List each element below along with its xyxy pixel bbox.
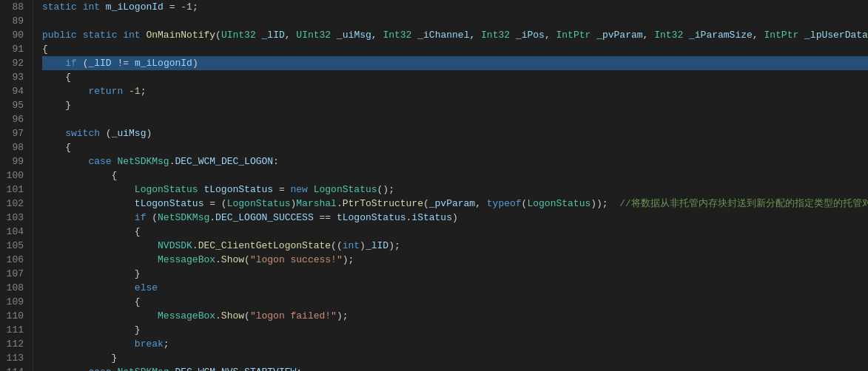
token-plain: } [42,100,71,111]
token-kw: case [88,367,111,371]
token-plain [42,156,88,167]
token-plain: , [371,30,383,41]
code-content: static int m_iLogonId = -1; public stati… [33,0,868,371]
token-type: LogonStatus [135,184,198,195]
token-var: _lpUserData [804,30,868,41]
token-ns: NetSDKMsg [117,156,169,167]
token-kw: int [123,30,140,41]
line-number: 103 [6,211,24,225]
code-line: NVDSDK.DEC_ClientGetLogonState((int)_lID… [42,239,868,253]
token-plain: ( [146,212,158,223]
line-number: 91 [6,42,24,56]
line-number: 109 [6,295,24,309]
token-plain: { [42,296,141,307]
code-line [42,112,868,126]
token-plain: ) [146,128,152,139]
token-plain: ( [77,58,89,69]
token-plain: . [192,240,198,251]
token-plain: , [475,198,487,209]
code-line: if (NetSDKMsg.DEC_LOGON_SUCCESS == tLogo… [42,211,868,225]
line-number: 107 [6,267,24,281]
token-var: tLogonStatus [203,184,273,195]
token-plain: : [296,367,302,371]
line-number: 95 [6,98,24,112]
token-plain [77,30,83,41]
token-plain: . [215,254,221,265]
token-plain: ; [141,86,147,97]
token-var: _lID [262,30,285,41]
token-plain: ; [164,338,169,350]
line-number: 93 [6,70,24,84]
token-var: _pvParam [429,198,475,209]
token-plain: ); [343,254,354,265]
token-plain [308,184,314,195]
token-ns: NetSDKMsg [117,367,169,371]
token-plain [42,254,158,265]
token-ns: NetSDKMsg [158,212,209,223]
code-line: public static int OnMainNotify(UInt32 _l… [42,28,868,42]
token-plain: { [42,44,48,55]
token-var: _uiMsg [337,30,371,41]
token-ns: MessageBox [158,254,215,265]
line-number: 89 [6,14,24,28]
code-line: static int m_iLogonId = -1; [42,0,868,14]
token-plain: , [469,30,481,41]
line-number: 102 [6,197,24,211]
token-var: tLogonStatus [135,198,204,209]
token-plain: , [545,30,556,41]
token-var: _iParamSize [689,30,753,41]
token-plain [683,30,689,41]
token-plain: ) [192,58,198,69]
token-plain: { [42,226,141,237]
code-line: { [42,225,868,239]
token-plain [331,30,337,41]
code-line: } [42,98,868,112]
line-number: 106 [6,253,24,267]
line-number: 88 [6,0,24,14]
token-type: Int32 [654,30,683,41]
token-var: _lID [366,240,388,251]
token-plain [256,30,262,41]
code-line: { [42,169,868,183]
token-str: "logon failed!" [250,310,337,321]
token-var: _uiMsg [112,128,147,139]
token-plain [42,86,88,97]
code-line: return -1; [42,84,868,98]
line-number: 92 [6,56,24,70]
token-var: _lID [88,58,111,69]
code-line: break; [42,337,868,351]
token-plain: . [209,212,215,223]
token-ns: Marshal [296,198,337,209]
token-plain: ( [423,198,429,209]
code-line: } [42,323,868,337]
token-type: UInt32 [296,30,331,41]
line-number: 99 [6,154,24,169]
token-plain: . [337,198,343,209]
code-line: MessageBox.Show("logon failed!"); [42,309,868,323]
token-plain: ; [192,1,198,13]
token-var: m_iLogonId [135,58,192,69]
code-line: MessageBox.Show("logon success!"); [42,253,868,267]
line-number: 104 [6,225,24,239]
token-plain: . [215,310,221,321]
token-plain [42,212,135,223]
token-kw: static [42,1,77,13]
token-plain: (( [331,240,343,251]
token-var: tLogonStatus [337,212,406,223]
token-plain: ) [452,212,458,223]
token-plain: ( [244,254,250,265]
token-kw: return [88,86,123,97]
token-plain: , [753,30,764,41]
line-number: 111 [6,323,24,337]
token-func: DEC_ClientGetLogonState [198,240,331,251]
token-type: UInt32 [221,30,256,41]
token-plain: ); [388,240,400,251]
token-var: m_iLogonId [106,1,164,13]
token-plain: { [42,170,117,181]
token-var: _pvParam [596,30,642,41]
line-number: 105 [6,239,24,253]
token-func: Show [221,254,244,265]
token-plain [591,30,596,41]
line-number: 101 [6,183,24,197]
token-plain [42,128,65,139]
